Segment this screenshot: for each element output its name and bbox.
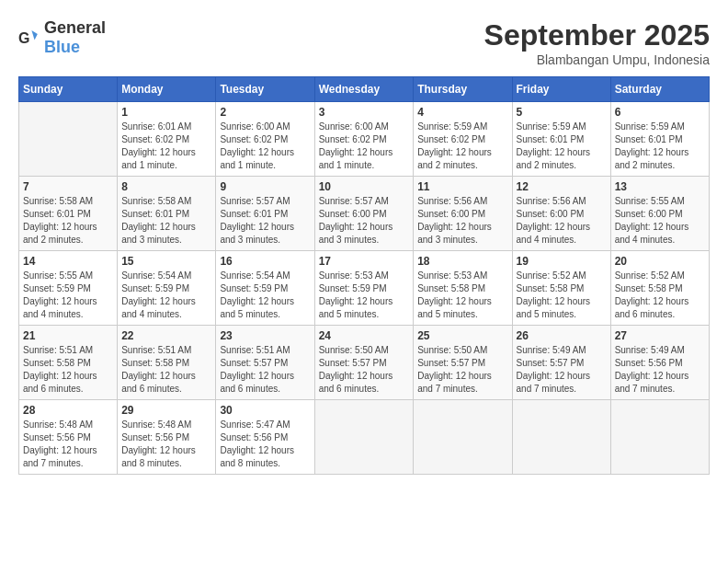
day-number: 11 [417, 180, 507, 193]
day-info: Sunrise: 5:52 AM Sunset: 5:58 PM Dayligh… [615, 270, 705, 321]
table-row: 17Sunrise: 5:53 AM Sunset: 5:59 PM Dayli… [314, 251, 414, 326]
day-header-tuesday: Tuesday [216, 77, 314, 102]
day-info: Sunrise: 6:00 AM Sunset: 6:02 PM Dayligh… [220, 121, 310, 172]
table-row [512, 400, 610, 475]
day-number: 28 [23, 404, 113, 417]
day-number: 7 [23, 180, 113, 193]
calendar-week-row: 1Sunrise: 6:01 AM Sunset: 6:02 PM Daylig… [19, 102, 710, 177]
svg-text:G: G [18, 30, 29, 46]
table-row: 22Sunrise: 5:51 AM Sunset: 5:58 PM Dayli… [118, 326, 216, 400]
day-number: 30 [220, 404, 310, 417]
day-number: 22 [121, 329, 211, 342]
table-row: 1Sunrise: 6:01 AM Sunset: 6:02 PM Daylig… [118, 102, 216, 177]
day-number: 8 [121, 180, 211, 193]
day-number: 16 [220, 255, 310, 268]
day-number: 27 [615, 329, 705, 342]
day-number: 4 [417, 106, 507, 119]
day-number: 5 [517, 106, 607, 119]
day-header-saturday: Saturday [610, 77, 709, 102]
day-info: Sunrise: 5:50 AM Sunset: 5:57 PM Dayligh… [417, 344, 507, 396]
logo-general-text: General [44, 18, 106, 37]
day-info: Sunrise: 5:49 AM Sunset: 5:56 PM Dayligh… [615, 344, 705, 396]
day-number: 25 [417, 329, 507, 342]
table-row: 2Sunrise: 6:00 AM Sunset: 6:02 PM Daylig… [216, 102, 314, 177]
day-info: Sunrise: 5:50 AM Sunset: 5:57 PM Dayligh… [319, 344, 410, 396]
table-row: 12Sunrise: 5:56 AM Sunset: 6:00 PM Dayli… [512, 177, 610, 251]
day-info: Sunrise: 5:59 AM Sunset: 6:01 PM Dayligh… [615, 121, 705, 172]
day-number: 14 [23, 255, 113, 268]
day-number: 18 [417, 255, 507, 268]
day-info: Sunrise: 5:55 AM Sunset: 6:00 PM Dayligh… [615, 195, 705, 247]
day-number: 2 [220, 106, 310, 119]
day-number: 12 [517, 180, 607, 193]
day-info: Sunrise: 5:56 AM Sunset: 6:00 PM Dayligh… [417, 195, 507, 247]
day-number: 20 [615, 255, 705, 268]
table-row: 8Sunrise: 5:58 AM Sunset: 6:01 PM Daylig… [118, 177, 216, 251]
day-number: 24 [319, 329, 410, 342]
day-header-wednesday: Wednesday [314, 77, 414, 102]
logo: G General Blue [18, 18, 106, 57]
day-number: 1 [121, 106, 211, 119]
calendar-header-row: SundayMondayTuesdayWednesdayThursdayFrid… [19, 77, 710, 102]
day-info: Sunrise: 6:00 AM Sunset: 6:02 PM Dayligh… [319, 121, 410, 172]
table-row: 4Sunrise: 5:59 AM Sunset: 6:02 PM Daylig… [414, 102, 512, 177]
table-row: 7Sunrise: 5:58 AM Sunset: 6:01 PM Daylig… [19, 177, 118, 251]
day-info: Sunrise: 5:48 AM Sunset: 5:56 PM Dayligh… [121, 419, 211, 470]
table-row: 27Sunrise: 5:49 AM Sunset: 5:56 PM Dayli… [610, 326, 709, 400]
table-row: 10Sunrise: 5:57 AM Sunset: 6:00 PM Dayli… [314, 177, 414, 251]
logo-blue-text: Blue [44, 38, 80, 56]
table-row: 29Sunrise: 5:48 AM Sunset: 5:56 PM Dayli… [118, 400, 216, 475]
calendar-week-row: 28Sunrise: 5:48 AM Sunset: 5:56 PM Dayli… [19, 400, 710, 475]
table-row: 14Sunrise: 5:55 AM Sunset: 5:59 PM Dayli… [19, 251, 118, 326]
day-info: Sunrise: 5:59 AM Sunset: 6:02 PM Dayligh… [417, 121, 507, 172]
day-number: 10 [319, 180, 410, 193]
day-info: Sunrise: 5:47 AM Sunset: 5:56 PM Dayligh… [220, 419, 310, 470]
day-info: Sunrise: 5:58 AM Sunset: 6:01 PM Dayligh… [121, 195, 211, 247]
day-info: Sunrise: 5:53 AM Sunset: 5:59 PM Dayligh… [319, 270, 410, 321]
day-header-monday: Monday [118, 77, 216, 102]
month-title: September 2025 [484, 18, 710, 52]
table-row [610, 400, 709, 475]
table-row: 6Sunrise: 5:59 AM Sunset: 6:01 PM Daylig… [610, 102, 709, 177]
day-info: Sunrise: 5:51 AM Sunset: 5:58 PM Dayligh… [121, 344, 211, 396]
table-row: 5Sunrise: 5:59 AM Sunset: 6:01 PM Daylig… [512, 102, 610, 177]
table-row: 25Sunrise: 5:50 AM Sunset: 5:57 PM Dayli… [414, 326, 512, 400]
day-info: Sunrise: 5:54 AM Sunset: 5:59 PM Dayligh… [121, 270, 211, 321]
day-number: 19 [517, 255, 607, 268]
day-info: Sunrise: 5:51 AM Sunset: 5:57 PM Dayligh… [220, 344, 310, 396]
table-row: 21Sunrise: 5:51 AM Sunset: 5:58 PM Dayli… [19, 326, 118, 400]
day-number: 21 [23, 329, 113, 342]
table-row [19, 102, 118, 177]
day-info: Sunrise: 5:58 AM Sunset: 6:01 PM Dayligh… [23, 195, 113, 247]
title-area: September 2025 Blambangan Umpu, Indonesi… [484, 18, 710, 67]
day-info: Sunrise: 5:57 AM Sunset: 6:01 PM Dayligh… [220, 195, 310, 247]
day-info: Sunrise: 5:52 AM Sunset: 5:58 PM Dayligh… [517, 270, 607, 321]
day-header-thursday: Thursday [414, 77, 512, 102]
day-info: Sunrise: 5:53 AM Sunset: 5:58 PM Dayligh… [417, 270, 507, 321]
table-row: 9Sunrise: 5:57 AM Sunset: 6:01 PM Daylig… [216, 177, 314, 251]
calendar-week-row: 21Sunrise: 5:51 AM Sunset: 5:58 PM Dayli… [19, 326, 710, 400]
table-row: 26Sunrise: 5:49 AM Sunset: 5:57 PM Dayli… [512, 326, 610, 400]
table-row: 30Sunrise: 5:47 AM Sunset: 5:56 PM Dayli… [216, 400, 314, 475]
day-header-sunday: Sunday [19, 77, 118, 102]
day-info: Sunrise: 5:49 AM Sunset: 5:57 PM Dayligh… [517, 344, 607, 396]
day-number: 29 [121, 404, 211, 417]
day-info: Sunrise: 5:59 AM Sunset: 6:01 PM Dayligh… [517, 121, 607, 172]
table-row [414, 400, 512, 475]
day-number: 13 [615, 180, 705, 193]
table-row: 24Sunrise: 5:50 AM Sunset: 5:57 PM Dayli… [314, 326, 414, 400]
table-row: 15Sunrise: 5:54 AM Sunset: 5:59 PM Dayli… [118, 251, 216, 326]
day-number: 9 [220, 180, 310, 193]
day-number: 26 [517, 329, 607, 342]
day-number: 3 [319, 106, 410, 119]
table-row: 23Sunrise: 5:51 AM Sunset: 5:57 PM Dayli… [216, 326, 314, 400]
day-info: Sunrise: 5:48 AM Sunset: 5:56 PM Dayligh… [23, 419, 113, 470]
table-row: 19Sunrise: 5:52 AM Sunset: 5:58 PM Dayli… [512, 251, 610, 326]
day-info: Sunrise: 6:01 AM Sunset: 6:02 PM Dayligh… [121, 121, 211, 172]
calendar-table: SundayMondayTuesdayWednesdayThursdayFrid… [18, 76, 710, 475]
day-info: Sunrise: 5:55 AM Sunset: 5:59 PM Dayligh… [23, 270, 113, 321]
table-row: 11Sunrise: 5:56 AM Sunset: 6:00 PM Dayli… [414, 177, 512, 251]
calendar-body: 1Sunrise: 6:01 AM Sunset: 6:02 PM Daylig… [19, 102, 710, 475]
day-header-friday: Friday [512, 77, 610, 102]
day-info: Sunrise: 5:51 AM Sunset: 5:58 PM Dayligh… [23, 344, 113, 396]
